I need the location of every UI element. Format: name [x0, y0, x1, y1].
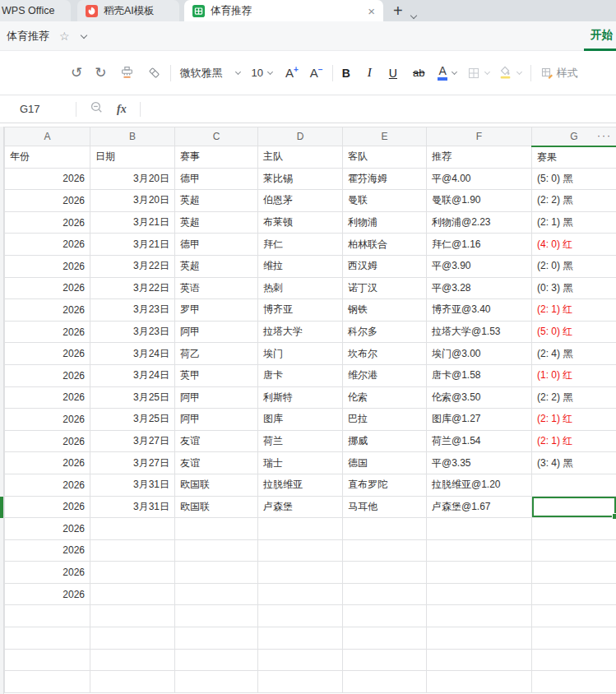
cell[interactable] [175, 539, 258, 562]
formula-input[interactable] [141, 95, 616, 123]
cell[interactable]: 曼联 [343, 190, 427, 212]
cell[interactable]: 博齐亚 [258, 299, 343, 322]
cell[interactable]: 卢森堡@1.67 [427, 496, 532, 518]
cell[interactable]: 科尔多 [343, 321, 427, 343]
cell[interactable]: (1: 0) 红 [532, 364, 616, 386]
cell[interactable]: 德甲 [175, 168, 258, 190]
column-header[interactable]: G··· [532, 127, 616, 146]
cell[interactable] [90, 583, 175, 605]
cell[interactable] [258, 627, 343, 650]
cell[interactable]: 英超 [175, 190, 258, 212]
cell[interactable]: 2026 [5, 343, 90, 365]
cell[interactable] [175, 671, 258, 693]
cell[interactable]: 利物浦@2.23 [427, 211, 532, 234]
cell[interactable]: (2: 2) 黑 [532, 190, 616, 212]
cell[interactable] [175, 518, 258, 540]
cell[interactable]: 英超 [175, 211, 258, 234]
cell[interactable]: 3月22日 [90, 277, 175, 299]
cell[interactable]: 3月31日 [90, 474, 175, 496]
cell[interactable]: 3月20日 [90, 168, 175, 190]
column-header[interactable]: E [343, 127, 427, 146]
cell[interactable] [532, 649, 616, 671]
cell[interactable] [427, 539, 532, 562]
cell[interactable]: 3月23日 [90, 299, 175, 322]
cell[interactable]: 阿甲 [175, 321, 258, 343]
cell[interactable]: 霍芬海姆 [343, 168, 427, 190]
cell[interactable]: 2026 [5, 255, 90, 277]
cell[interactable] [343, 671, 427, 693]
cell[interactable] [343, 539, 427, 562]
cell[interactable]: 3月31日 [90, 496, 175, 518]
borders-button[interactable] [467, 67, 480, 80]
column-header[interactable]: D [258, 127, 343, 146]
cell[interactable]: 拜仁 [258, 234, 343, 256]
cell[interactable]: 唐卡@1.58 [427, 364, 532, 386]
cell[interactable]: 2026 [5, 518, 90, 540]
strikethrough-button[interactable]: ab [413, 67, 424, 79]
insert-function-button[interactable]: fx [117, 103, 127, 116]
cell[interactable]: (2: 1) 红 [532, 430, 616, 452]
cell[interactable]: 埃门 [258, 343, 343, 365]
increase-font-button[interactable]: A+ [285, 66, 299, 80]
cell[interactable]: (4: 0) 红 [532, 234, 616, 256]
cell[interactable]: 2026 [5, 211, 90, 234]
fill-color-chevron-icon[interactable] [516, 69, 522, 75]
cell[interactable] [258, 539, 343, 562]
cell[interactable] [343, 605, 427, 627]
cell[interactable]: 平@4.00 [427, 168, 532, 190]
cell[interactable] [532, 474, 616, 496]
underline-button[interactable]: U [389, 67, 397, 80]
cell[interactable]: 德国 [343, 452, 427, 474]
cell[interactable]: (2: 2) 黑 [532, 386, 616, 409]
cell[interactable]: (2: 4) 黑 [532, 343, 616, 365]
cell[interactable]: 卢森堡 [258, 496, 343, 518]
cell[interactable]: 西汉姆 [343, 255, 427, 277]
cell[interactable] [5, 649, 90, 671]
cell[interactable] [175, 605, 258, 627]
cell[interactable]: 伯恩茅 [258, 190, 343, 212]
cell[interactable]: 欧国联 [175, 474, 258, 496]
cell[interactable]: 平@3.28 [427, 277, 532, 299]
cell[interactable]: 客队 [343, 146, 427, 169]
cell[interactable]: 友谊 [175, 430, 258, 452]
column-header[interactable]: A [5, 127, 90, 146]
cell[interactable]: 3月27日 [90, 430, 175, 452]
cell[interactable]: 2026 [5, 474, 90, 496]
cell[interactable]: 诺丁汉 [343, 277, 427, 299]
cell[interactable]: 热刺 [258, 277, 343, 299]
cell[interactable]: 利斯特 [258, 386, 343, 409]
cell[interactable] [5, 605, 90, 627]
cell[interactable]: 2026 [5, 299, 90, 322]
cell[interactable] [427, 518, 532, 540]
cell[interactable]: (2: 1) 红 [532, 409, 616, 431]
cell[interactable]: 坎布尔 [343, 343, 427, 365]
cell[interactable]: 拜仁@1.16 [427, 234, 532, 256]
cell[interactable]: 2026 [5, 583, 90, 605]
cell[interactable]: 英超 [175, 255, 258, 277]
cell[interactable]: (2: 1) 红 [532, 299, 616, 322]
cell[interactable]: 阿甲 [175, 386, 258, 409]
title-chevron-icon[interactable] [80, 31, 86, 38]
decrease-font-button[interactable]: A− [310, 66, 323, 80]
cell[interactable]: 赛果 [532, 146, 616, 169]
ribbon-tab-home[interactable]: 开始 [584, 21, 616, 51]
cell[interactable] [532, 627, 616, 650]
font-name-select[interactable]: 微软雅黑 [180, 66, 240, 81]
cell[interactable] [90, 649, 175, 671]
cell[interactable]: 阿甲 [175, 409, 258, 431]
search-button[interactable] [90, 100, 104, 118]
cell[interactable]: 拉塔大学@1.53 [427, 321, 532, 343]
new-tab-button[interactable]: + [393, 2, 403, 20]
eraser-button[interactable] [147, 66, 161, 80]
cell[interactable]: 2026 [5, 234, 90, 256]
cell[interactable]: 荷兰@1.54 [427, 430, 532, 452]
cell[interactable]: 唐卡 [258, 364, 343, 386]
cell[interactable]: (2: 1) 黑 [532, 211, 616, 234]
cell[interactable] [532, 518, 616, 540]
cell[interactable]: 2026 [5, 364, 90, 386]
cell[interactable] [258, 671, 343, 693]
column-header[interactable]: F [427, 127, 532, 146]
cell[interactable] [343, 627, 427, 650]
cell[interactable]: (2: 0) 黑 [532, 255, 616, 277]
cell[interactable] [175, 562, 258, 584]
